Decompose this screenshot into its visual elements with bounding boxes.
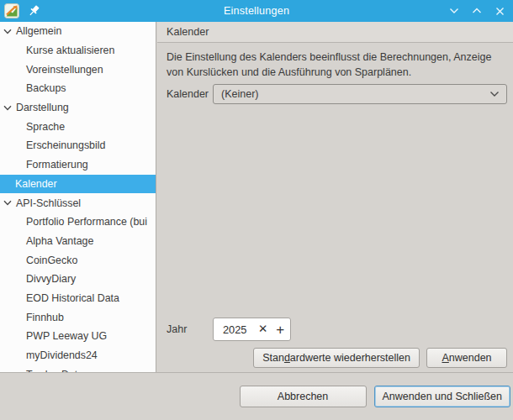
- cancel-button[interactable]: Abbrechen: [240, 386, 367, 407]
- add-year-icon[interactable]: +: [276, 323, 284, 337]
- sidebar-item-allgemein[interactable]: Allgemein: [0, 22, 156, 41]
- year-value[interactable]: 2025: [223, 323, 249, 336]
- apply-button[interactable]: Anwenden: [426, 348, 507, 368]
- sidebar-item-pwp-leeway-ug[interactable]: PWP Leeway UG: [0, 327, 156, 346]
- sidebar-item-label: myDividends24: [26, 349, 98, 361]
- sidebar-item-label: CoinGecko: [26, 255, 77, 266]
- sidebar-item-label: EOD Historical Data: [26, 292, 119, 304]
- sidebar-item-label: API-Schlüssel: [16, 197, 81, 209]
- settings-content: Kalender Die Einstellung des Kalenders b…: [157, 22, 513, 372]
- app-icon: [4, 3, 19, 18]
- sidebar-item-api-schlussel[interactable]: API-Schlüssel: [0, 193, 156, 213]
- sidebar-item-label: PWP Leeway UG: [26, 330, 107, 342]
- chevron-down-icon[interactable]: [3, 200, 16, 206]
- sidebar-item-twelve-data[interactable]: Twelve Data: [0, 365, 156, 372]
- sidebar-item-kurse-aktualisieren[interactable]: Kurse aktualisieren: [0, 41, 156, 60]
- chevron-down-icon[interactable]: [3, 29, 16, 34]
- year-label: Jahr: [167, 323, 213, 335]
- sidebar-item-label: Voreinstellungen: [26, 64, 103, 76]
- titlebar: Einstellungen: [0, 0, 513, 22]
- sidebar-item-label: Alpha Vantage: [26, 235, 93, 247]
- sidebar-item-label: Kalender: [15, 178, 57, 190]
- sidebar-item-kalender[interactable]: Kalender: [0, 175, 156, 194]
- sidebar-item-label: DivvyDiary: [26, 273, 76, 285]
- calendar-label: Kalender: [167, 88, 213, 100]
- sidebar-item-voreinstellungen[interactable]: Voreinstellungen: [0, 60, 156, 79]
- sidebar-item-label: Finnhub: [26, 312, 64, 323]
- sidebar-item-eod-historical-data[interactable]: EOD Historical Data: [0, 289, 156, 308]
- dialog-button-bar: Abbrechen Anwenden und Schließen: [0, 372, 513, 420]
- sidebar-item-formatierung[interactable]: Formatierung: [0, 155, 156, 175]
- sidebar-item-alpha-vantage[interactable]: Alpha Vantage: [0, 232, 156, 251]
- sidebar-item-label: Kurse aktualisieren: [26, 45, 114, 56]
- sidebar-item-label: Allgemein: [16, 25, 61, 37]
- sidebar-item-divvydiary[interactable]: DivvyDiary: [0, 270, 156, 289]
- window-title: Einstellungen: [0, 5, 513, 17]
- sidebar-item-portfolio-performance-bui[interactable]: Portfolio Performance (bui: [0, 213, 156, 232]
- sidebar-item-darstellung[interactable]: Darstellung: [0, 98, 156, 118]
- calendar-select-value: (Keiner): [221, 88, 489, 100]
- chevron-down-icon[interactable]: [3, 105, 16, 111]
- sidebar-item-label: Portfolio Performance (bui: [26, 216, 147, 228]
- apply-and-close-button[interactable]: Anwenden und Schließen: [374, 386, 510, 407]
- sidebar-item-label: Sprache: [26, 121, 65, 133]
- sidebar-item-coingecko[interactable]: CoinGecko: [0, 250, 156, 270]
- sidebar-item-label: Darstellung: [16, 102, 69, 113]
- window-controls: [449, 0, 505, 22]
- settings-tree: AllgemeinKurse aktualisierenVoreinstellu…: [0, 22, 156, 372]
- year-field[interactable]: 2025 ✕ +: [213, 318, 291, 341]
- calendar-description: Die Einstellung des Kalenders beeinfluss…: [167, 50, 510, 80]
- calendar-select[interactable]: (Keiner): [213, 84, 507, 104]
- chevron-down-icon: [489, 91, 500, 97]
- pin-icon[interactable]: [28, 4, 41, 18]
- sidebar-item-sprache[interactable]: Sprache: [0, 117, 156, 136]
- restore-defaults-button[interactable]: Standardwerte wiederherstellen: [253, 348, 420, 368]
- settings-window: Einstellungen AllgemeinKurse aktualisier…: [0, 0, 513, 420]
- close-icon[interactable]: [494, 6, 505, 16]
- page-title: Kalender: [157, 22, 513, 43]
- sidebar-item-finnhub[interactable]: Finnhub: [0, 307, 156, 327]
- sidebar-item-backups[interactable]: Backups: [0, 79, 156, 98]
- sidebar-item-label: Formatierung: [26, 159, 88, 171]
- clear-year-icon[interactable]: ✕: [258, 323, 267, 335]
- sidebar-item-label: Erscheinungsbild: [26, 139, 105, 151]
- minimize-icon[interactable]: [449, 6, 459, 16]
- sidebar-item-mydividends24[interactable]: myDividends24: [0, 346, 156, 365]
- maximize-icon[interactable]: [472, 6, 482, 16]
- sidebar-item-label: Backups: [26, 82, 66, 94]
- sidebar-item-erscheinungsbild[interactable]: Erscheinungsbild: [0, 136, 156, 155]
